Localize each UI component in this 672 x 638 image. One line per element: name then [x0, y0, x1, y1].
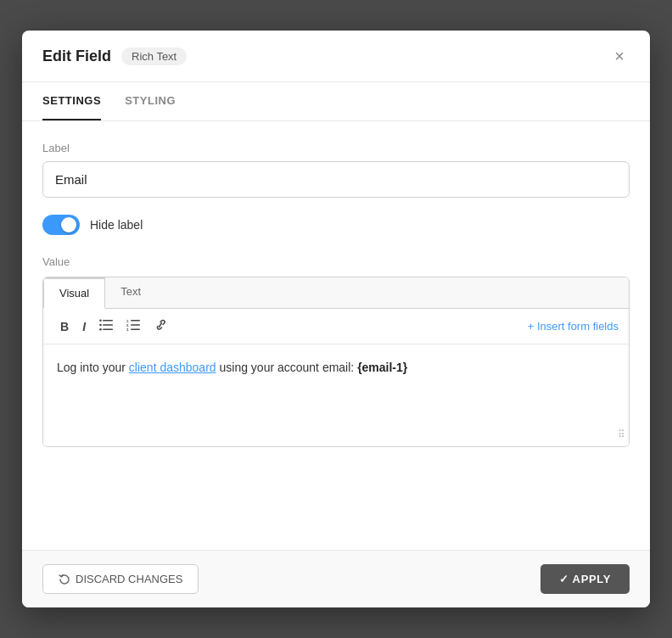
- content-merge-field: {email-1}: [357, 361, 407, 374]
- svg-text:2.: 2.: [126, 323, 129, 327]
- ordered-list-button[interactable]: 1. 2. 3.: [120, 316, 147, 337]
- discard-changes-button[interactable]: DISCARD CHANGES: [42, 564, 199, 594]
- content-text-before: Log into your: [57, 361, 129, 374]
- hide-label-toggle[interactable]: [42, 215, 80, 235]
- svg-rect-0: [103, 320, 113, 322]
- tab-settings[interactable]: SETTINGS: [42, 82, 101, 120]
- content-link[interactable]: client dashboard: [129, 361, 216, 374]
- hide-label-row: Hide label: [42, 215, 630, 235]
- svg-rect-7: [131, 324, 140, 326]
- discard-icon: [59, 574, 70, 585]
- svg-rect-8: [131, 329, 140, 331]
- svg-point-5: [99, 328, 102, 331]
- italic-button[interactable]: I: [76, 316, 92, 337]
- modal-overlay: Edit Field Rich Text × SETTINGS STYLING …: [0, 0, 672, 638]
- tabs-bar: SETTINGS STYLING: [22, 82, 650, 121]
- value-section-label: Value: [42, 255, 630, 268]
- svg-rect-1: [103, 324, 113, 326]
- modal-title: Edit Field: [42, 48, 111, 65]
- rich-text-editor: Visual Text B I: [42, 277, 630, 447]
- tab-styling[interactable]: STYLING: [125, 82, 176, 120]
- edit-field-modal: Edit Field Rich Text × SETTINGS STYLING …: [22, 31, 650, 607]
- modal-footer: DISCARD CHANGES ✓ APPLY: [22, 550, 650, 607]
- apply-button[interactable]: ✓ APPLY: [540, 564, 630, 594]
- modal-body: Label Hide label Value Visual Text: [22, 121, 650, 550]
- close-button[interactable]: ×: [609, 46, 630, 66]
- modal-header: Edit Field Rich Text ×: [22, 31, 650, 82]
- unordered-list-button[interactable]: [92, 316, 120, 337]
- field-type-badge: Rich Text: [121, 48, 187, 65]
- svg-rect-6: [131, 320, 140, 322]
- svg-text:3.: 3.: [126, 327, 129, 331]
- editor-tabs-bar: Visual Text: [43, 277, 629, 309]
- resize-handle[interactable]: ⠿: [618, 427, 625, 443]
- svg-point-3: [99, 319, 102, 322]
- link-button[interactable]: [147, 316, 174, 337]
- editor-content-area[interactable]: Log into your client dashboard using you…: [43, 344, 629, 446]
- editor-tab-text[interactable]: Text: [105, 277, 156, 309]
- editor-tab-visual[interactable]: Visual: [43, 277, 105, 309]
- bold-button[interactable]: B: [53, 316, 76, 337]
- discard-label: DISCARD CHANGES: [76, 573, 182, 585]
- svg-rect-2: [103, 329, 113, 331]
- hide-label-text: Hide label: [90, 218, 143, 232]
- insert-form-fields-button[interactable]: + Insert form fields: [528, 320, 619, 333]
- label-section-label: Label: [42, 142, 630, 154]
- content-text-after: using your account email:: [216, 361, 358, 374]
- label-input[interactable]: [42, 161, 630, 198]
- editor-toolbar: B I: [43, 309, 629, 344]
- svg-point-4: [99, 324, 102, 327]
